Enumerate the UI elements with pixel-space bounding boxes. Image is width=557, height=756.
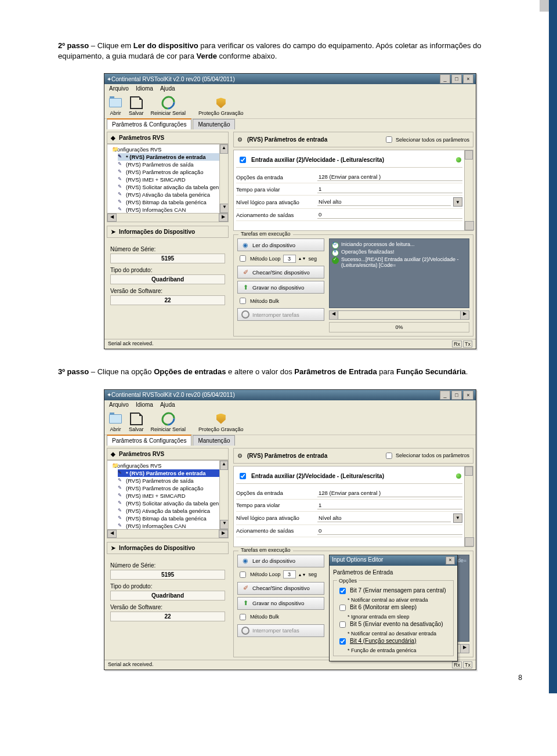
tree-item[interactable]: (RVS) Solicitar ativação da tabela gen xyxy=(118,183,227,191)
tree-root[interactable]: Configurações RVS xyxy=(112,146,227,153)
tree-item[interactable]: (RVS) Informações CAN xyxy=(118,522,227,530)
tree-vscroll[interactable]: ▲▼ xyxy=(219,461,228,529)
nivel-input[interactable] xyxy=(317,198,451,206)
tree-item[interactable]: (RVS) Informações CAN xyxy=(118,206,227,214)
bit6-checkbox[interactable] xyxy=(339,605,346,611)
group-checkbox[interactable] xyxy=(240,157,246,163)
tree-item[interactable]: (RVS) Ativação da tabela genérica xyxy=(118,507,227,515)
field-opcoes[interactable]: Opções da entrada xyxy=(236,487,462,500)
select-all-checkbox[interactable]: Selecionar todos os parâmetros xyxy=(384,135,469,144)
tool-reiniciar[interactable]: Reiniciar Serial xyxy=(151,413,186,432)
bulk-checkbox[interactable] xyxy=(240,298,246,304)
menu-idioma[interactable]: Idioma xyxy=(136,401,153,408)
tab-parametros[interactable]: Parâmetros & Configurações xyxy=(107,118,191,129)
param-vscroll[interactable] xyxy=(464,150,473,230)
field-acionamento[interactable]: Acionamento de saídas xyxy=(236,209,462,221)
menu-ajuda[interactable]: Ajuda xyxy=(160,401,175,408)
write-device-button[interactable]: ⬆Gravar no dispositivo xyxy=(237,281,324,294)
menu-arquivo[interactable]: Arquivo xyxy=(109,85,129,92)
dropdown-icon[interactable]: ▼ xyxy=(453,197,462,207)
tool-reiniciar[interactable]: Reiniciar Serial xyxy=(151,96,186,116)
menu-ajuda[interactable]: Ajuda xyxy=(160,85,175,92)
tree-item[interactable]: * (RVS) Parâmetros de entrada xyxy=(118,153,227,161)
field-nivel[interactable]: Nível lógico para ativação▼ xyxy=(236,512,462,525)
rx-indicator: Rx xyxy=(452,661,462,668)
field-nivel[interactable]: Nível lógico para ativação▼ xyxy=(236,196,462,209)
close-button[interactable]: × xyxy=(463,74,473,84)
bit4-checkbox[interactable] xyxy=(339,638,346,645)
acion-input[interactable] xyxy=(317,527,462,535)
write-device-button[interactable]: ⬆Gravar no dispositivo xyxy=(237,597,324,610)
stop-button[interactable]: Interromper tarefas xyxy=(237,624,324,637)
serial-value: 5195 xyxy=(110,254,225,263)
maximize-button[interactable]: □ xyxy=(451,74,462,84)
menu-idioma[interactable]: Idioma xyxy=(136,85,153,92)
opcoes-input[interactable] xyxy=(317,173,462,181)
loop-value[interactable] xyxy=(283,570,296,578)
status-dot-icon xyxy=(456,473,461,479)
tool-protecao[interactable]: Proteção Gravação xyxy=(198,413,244,432)
tempo-input[interactable] xyxy=(317,501,462,509)
opcoes-input[interactable] xyxy=(317,489,462,497)
menubar: Arquivo Idioma Ajuda xyxy=(104,84,476,93)
popup-head: Parâmetros de Entrada xyxy=(333,569,454,576)
bit7-checkbox[interactable] xyxy=(339,588,346,594)
tree-item[interactable]: (RVS) Bitmap da tabela genérica xyxy=(118,198,227,206)
tool-abrir[interactable]: Abrir xyxy=(109,413,122,432)
tool-salvar[interactable]: Salvar xyxy=(129,96,144,116)
close-button[interactable]: × xyxy=(463,390,473,400)
tree-hscroll[interactable]: ◀▶ xyxy=(107,530,229,538)
window-title: Continental RVSToolKit v2.0 rev20 (05/04… xyxy=(111,76,440,82)
tree-item[interactable]: (RVS) Ativação da tabela genérica xyxy=(118,191,227,198)
stop-button[interactable]: Interromper tarefas xyxy=(237,308,324,321)
tree-item[interactable]: (RVS) Solicitar ativação da tabela gen xyxy=(118,500,227,507)
tree-item[interactable]: (RVS) Parâmetros de saída xyxy=(118,477,227,484)
log-hscroll[interactable]: ◀▶ xyxy=(329,310,469,320)
acion-input[interactable] xyxy=(317,211,462,219)
save-icon xyxy=(130,413,143,425)
tipo-label: Tipo do produto: xyxy=(110,583,225,589)
gear-icon: ⚙ xyxy=(237,136,243,143)
tree-item[interactable]: (RVS) Bitmap da tabela genérica xyxy=(118,515,227,522)
field-acionamento[interactable]: Acionamento de saídas xyxy=(236,525,462,537)
select-all-checkbox[interactable]: Selecionar todos os parâmetros xyxy=(384,451,469,461)
tree-item[interactable]: * (RVS) Parâmetros de entrada xyxy=(118,469,227,477)
menu-arquivo[interactable]: Arquivo xyxy=(109,401,129,408)
loop-value[interactable] xyxy=(283,255,296,263)
tree-item[interactable]: (RVS) Parâmetros de saída xyxy=(118,161,227,168)
tree-root[interactable]: Configurações RVS xyxy=(112,462,227,469)
tree-hscroll[interactable]: ◀▶ xyxy=(107,214,229,222)
tab-parametros[interactable]: Parâmetros & Configurações xyxy=(107,435,191,446)
tree-item[interactable]: (RVS) IMEI + SIMCARD xyxy=(118,492,227,500)
maximize-button[interactable]: □ xyxy=(451,390,462,400)
tool-protecao[interactable]: Proteção Gravação xyxy=(198,96,244,116)
tree-item[interactable]: (RVS) Parâmetros de aplicação xyxy=(118,484,227,492)
tool-abrir[interactable]: Abrir xyxy=(109,96,122,116)
tempo-input[interactable] xyxy=(317,185,462,193)
bit5-checkbox[interactable] xyxy=(339,621,346,628)
read-device-button[interactable]: ◉Ler do dispositivo xyxy=(237,238,324,251)
gear-icon: ⚙ xyxy=(237,453,243,459)
popup-close-button[interactable]: × xyxy=(446,556,455,565)
loop-checkbox[interactable] xyxy=(240,255,246,262)
tree-item[interactable]: (RVS) IMEI + SIMCARD xyxy=(118,176,227,183)
group-checkbox[interactable] xyxy=(240,473,246,479)
minimize-button[interactable]: _ xyxy=(440,390,450,400)
field-tempo[interactable]: Tempo para violar xyxy=(236,183,462,196)
check-sync-button[interactable]: ✐Checar/Sinc dispositivo xyxy=(237,266,324,278)
loop-checkbox[interactable] xyxy=(240,571,246,578)
dropdown-icon[interactable]: ▼ xyxy=(453,513,462,523)
bulk-checkbox[interactable] xyxy=(240,614,246,620)
read-device-button[interactable]: ◉Ler do dispositivo xyxy=(237,555,324,567)
field-opcoes[interactable]: Opções da entrada xyxy=(236,171,462,183)
param-vscroll[interactable] xyxy=(464,466,473,547)
tree-vscroll[interactable]: ▲▼ xyxy=(219,144,228,213)
check-sync-button[interactable]: ✐Checar/Sinc dispositivo xyxy=(237,582,324,595)
tab-manutencao[interactable]: Manutenção xyxy=(193,435,235,446)
tab-manutencao[interactable]: Manutenção xyxy=(193,119,235,129)
field-tempo[interactable]: Tempo para violar xyxy=(236,500,462,512)
nivel-input[interactable] xyxy=(317,514,451,522)
minimize-button[interactable]: _ xyxy=(440,74,450,84)
tool-salvar[interactable]: Salvar xyxy=(129,413,144,432)
tree-item[interactable]: (RVS) Parâmetros de aplicação xyxy=(118,168,227,176)
